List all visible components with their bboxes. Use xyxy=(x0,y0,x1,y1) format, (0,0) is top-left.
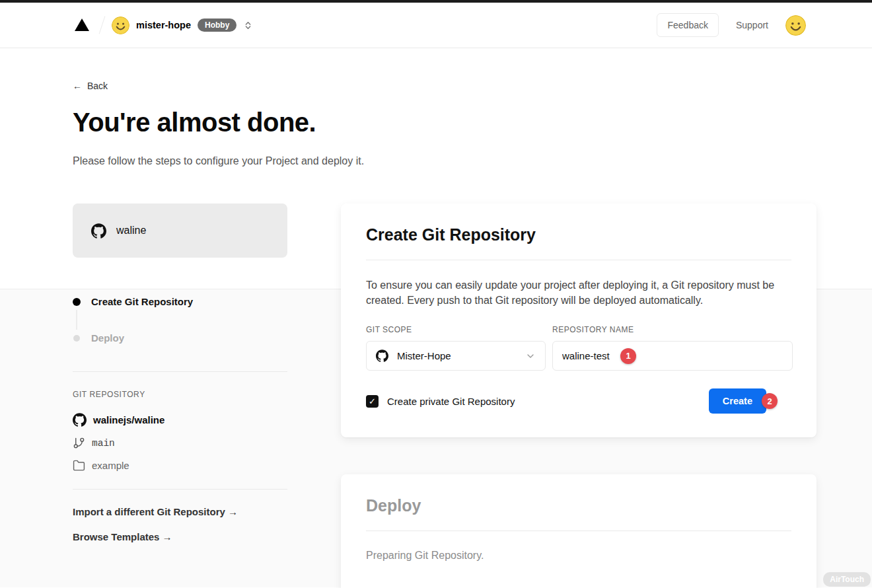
sidebar-divider xyxy=(73,489,287,490)
card-divider xyxy=(366,260,791,260)
branch-name: main xyxy=(92,438,115,449)
step-active-dot xyxy=(73,298,81,306)
header: mister-hope Hobby Feedback Support xyxy=(0,3,872,48)
team-avatar xyxy=(112,17,129,34)
github-icon xyxy=(91,223,106,239)
repository-name-input[interactable] xyxy=(552,341,793,371)
checkbox-checked-icon[interactable]: ✓ xyxy=(366,395,379,408)
step-connector-line xyxy=(76,310,77,330)
breadcrumb-slash-divider xyxy=(99,17,106,34)
sidebar-divider xyxy=(73,371,287,372)
import-different-repo-link[interactable]: Import a different Git Repository → xyxy=(73,506,287,517)
card-divider xyxy=(366,531,791,531)
repo-name-row: walinejs/waline xyxy=(73,413,287,427)
repo-branch-row: main xyxy=(73,437,287,449)
git-scope-select[interactable]: Mister-Hope xyxy=(366,341,546,371)
step-label: Create Git Repository xyxy=(91,296,193,307)
chevron-updown-icon xyxy=(243,20,253,30)
git-repository-section-label: GIT REPOSITORY xyxy=(73,390,287,399)
steps-list: Create Git Repository Deploy xyxy=(73,296,287,344)
github-icon xyxy=(73,413,87,427)
step-deploy: Deploy xyxy=(73,332,287,344)
browse-templates-link[interactable]: Browse Templates → xyxy=(73,531,287,542)
page-title: You're almost done. xyxy=(73,108,872,137)
folder-icon xyxy=(73,459,85,472)
git-branch-icon xyxy=(73,437,85,449)
repo-full-name: walinejs/waline xyxy=(93,414,164,425)
vercel-logo-icon[interactable] xyxy=(73,17,92,34)
team-name: mister-hope xyxy=(136,20,191,30)
annotation-badge-2: 2 xyxy=(762,393,778,409)
git-scope-label: GIT SCOPE xyxy=(366,325,546,334)
git-scope-value: Mister-Hope xyxy=(397,350,517,361)
chevron-down-icon xyxy=(525,351,536,361)
team-scope-switcher[interactable]: mister-hope Hobby xyxy=(112,17,253,34)
root-directory-name: example xyxy=(92,460,129,471)
user-avatar[interactable] xyxy=(785,15,806,36)
repository-name-label: REPOSITORY NAME xyxy=(552,325,793,334)
configuration-panel: Create Git Repository To ensure you can … xyxy=(341,203,817,588)
page-subtitle: Please follow the steps to configure you… xyxy=(73,155,872,167)
plan-badge: Hobby xyxy=(198,18,236,32)
annotation-badge-1: 1 xyxy=(620,348,636,364)
feedback-button[interactable]: Feedback xyxy=(657,13,718,37)
card-description: To ensure you can easily update your pro… xyxy=(366,277,791,308)
card-title: Create Git Repository xyxy=(366,225,791,244)
private-repo-checkbox-label: Create private Git Repository xyxy=(387,396,515,407)
back-link[interactable]: ← Back xyxy=(73,81,108,91)
back-link-label: Back xyxy=(87,81,108,91)
github-icon xyxy=(376,349,388,362)
project-summary-card: waline xyxy=(73,203,287,258)
step-create-git-repository: Create Git Repository xyxy=(73,296,287,307)
create-button[interactable]: Create xyxy=(709,388,766,414)
deploy-card-title: Deploy xyxy=(366,496,791,515)
create-git-repository-card: Create Git Repository To ensure you can … xyxy=(341,203,817,437)
project-name: waline xyxy=(116,225,146,237)
support-link[interactable]: Support xyxy=(736,20,768,30)
step-label: Deploy xyxy=(91,332,124,344)
private-repo-checkbox-group[interactable]: ✓ Create private Git Repository xyxy=(366,395,515,408)
main-area: ← Back You're almost done. Please follow… xyxy=(0,48,872,587)
step-inactive-dot xyxy=(73,335,80,342)
deploy-card: Deploy Preparing Git Repository. xyxy=(341,474,817,588)
deploy-status-text: Preparing Git Repository. xyxy=(366,550,791,562)
sidebar: waline Create Git Repository Deploy GIT … xyxy=(73,203,287,588)
airtouch-watermark: AirTouch xyxy=(823,572,871,587)
back-arrow-icon: ← xyxy=(73,81,82,91)
repo-directory-row: example xyxy=(73,459,287,472)
